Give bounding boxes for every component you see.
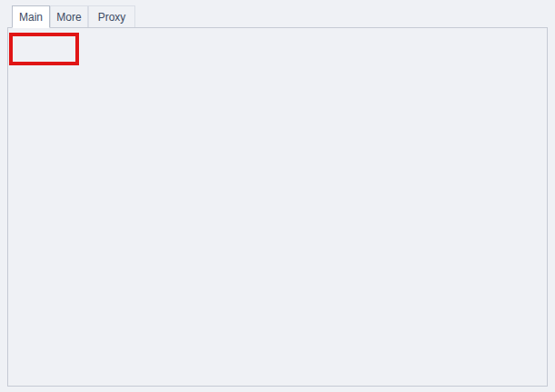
tab-main[interactable]: Main: [12, 5, 50, 28]
tab-main-label: Main: [19, 11, 43, 24]
http-request-settings-window: Main More Proxy Delete www URL http://lo…: [0, 0, 555, 392]
tab-proxy-label: Proxy: [98, 11, 126, 24]
tab-proxy[interactable]: Proxy: [88, 5, 135, 28]
tab-more[interactable]: More: [50, 5, 88, 28]
main-tab-panel: [7, 27, 548, 387]
tab-more-label: More: [56, 11, 81, 24]
